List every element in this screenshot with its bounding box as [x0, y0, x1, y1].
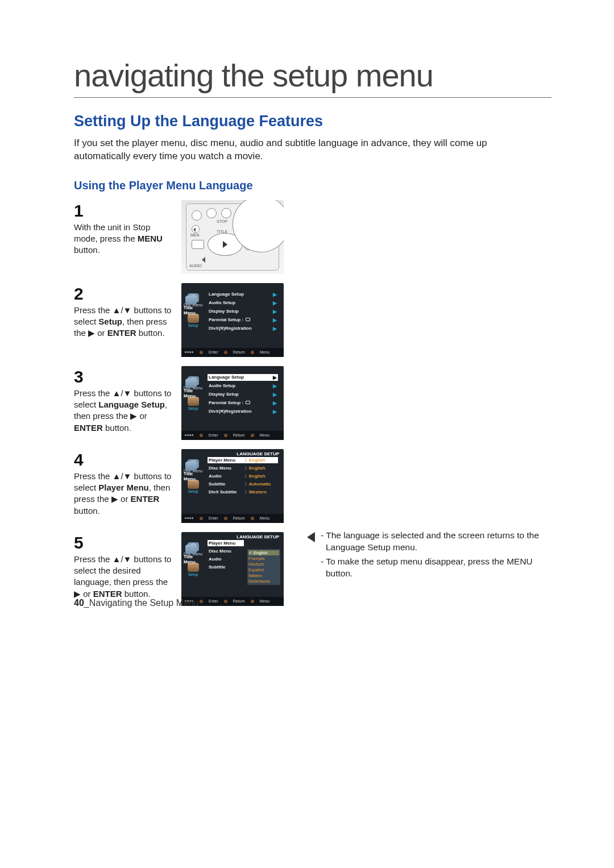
osd-foot-enter: Enter [209, 350, 218, 354]
osd-title: LANGUAGE SETUP [237, 534, 279, 539]
osd-row: Parental Setup : ▶ [208, 317, 278, 323]
step-desc: Press the ▲/▼ buttons to select the desi… [74, 554, 171, 599]
osd-row: Audio Setup▶ [208, 383, 278, 389]
bullet-icon [224, 434, 227, 437]
section-heading: Setting Up the Language Features [74, 113, 551, 130]
osd-foot-return: Return [233, 350, 245, 354]
step-text: 4 Press the ▲/▼ buttons to select Player… [74, 449, 173, 523]
osd-foot-enter: Enter [209, 599, 218, 603]
page-title: navigating the setup menu [74, 57, 551, 98]
step-row: 4 Press the ▲/▼ buttons to select Player… [74, 449, 551, 523]
step-text: 5 Press the ▲/▼ buttons to select the de… [74, 532, 173, 606]
osd-side-setup: Setup [184, 563, 202, 576]
remote-label-menu: MEN [190, 233, 200, 237]
osd-row: DivX(R)Registration▶ [208, 325, 278, 332]
nav-icon [185, 350, 194, 355]
bullet-icon [224, 351, 227, 354]
step-desc-part: button. [74, 245, 100, 255]
osd-foot-enter: Enter [209, 433, 218, 437]
osd-popup-item: Español [248, 567, 279, 572]
osd-row: DivX(R)Registration▶ [208, 408, 278, 415]
osd-row: Language Setup▶ [208, 291, 278, 298]
osd-screenshot-player-menu: LANGUAGE SETUP Disc MenuTitle MenuSetup … [181, 449, 284, 523]
osd-row: DivX Subtitle: Western [208, 489, 278, 495]
bullet-icon [251, 600, 254, 603]
osd-row: Disc Menu: English [208, 465, 278, 471]
osd-side-setup: Setup [184, 480, 202, 493]
osd-row: Display Setup▶ [208, 308, 278, 315]
osd-foot-return: Return [233, 433, 245, 437]
step-desc-bold: MENU [138, 234, 163, 243]
sub-heading: Using the Player Menu Language [74, 179, 551, 192]
osd-row: Audio [208, 556, 244, 562]
osd-row: Parental Setup : ▶ [208, 400, 278, 406]
osd-side-title: Title Menu [184, 545, 198, 564]
osd-side-title: Title Menu [184, 379, 198, 398]
step-desc: Press the ▲/▼ buttons to select Player M… [74, 471, 171, 516]
osd-popup-item: English [248, 550, 279, 555]
nav-icon [185, 516, 194, 521]
left-arrow-icon [307, 532, 315, 542]
page-footer: 40_Navigating the Setup Menu [74, 598, 199, 608]
osd-popup-item: Italiano [248, 573, 279, 578]
osd-row: Disc Menu [208, 548, 244, 554]
osd-popup-item: Deutsch [248, 562, 279, 567]
osd-side-setup: Setup [184, 314, 202, 327]
osd-foot-return: Return [233, 599, 245, 603]
step-row: 2 Press the ▲/▼ buttons to select Setup,… [74, 283, 551, 357]
step-row: 3 Press the ▲/▼ buttons to select Langua… [74, 366, 551, 440]
side-note-item: - The language is selected and the scree… [321, 530, 546, 554]
step-text: 3 Press the ▲/▼ buttons to select Langua… [74, 366, 173, 440]
osd-foot-menu: Menu [260, 516, 270, 520]
osd-popup-item: Nederlands [248, 579, 279, 584]
bullet-icon [200, 351, 203, 354]
osd-foot-return: Return [233, 516, 245, 520]
osd-title: LANGUAGE SETUP [237, 451, 279, 456]
remote-label-audio: AUDIO [189, 264, 202, 268]
osd-row: Subtitle [208, 564, 244, 570]
footer-text: _Navigating the Setup Menu [84, 598, 199, 608]
step-number: 3 [74, 368, 173, 385]
osd-screenshot-language-select: LANGUAGE SETUP Disc MenuTitle MenuSetup … [181, 532, 284, 606]
step-text: 2 Press the ▲/▼ buttons to select Setup,… [74, 283, 173, 357]
osd-row: Audio: English [208, 473, 278, 479]
step-number: 2 [74, 285, 173, 302]
remote-label-title: TITLE [217, 230, 227, 234]
osd-side-title: Title Menu [184, 296, 198, 315]
osd-screenshot-language-setup: Disc MenuTitle MenuSetup Language Setup▶… [181, 366, 284, 440]
remote-illustration: STOP MEN AUDIO RETUR TITLE [181, 200, 284, 274]
step-desc: Press the ▲/▼ buttons to select Setup, t… [74, 305, 171, 338]
osd-row: Player Menu: English [208, 457, 278, 463]
osd-foot-enter: Enter [209, 516, 218, 520]
osd-popup-languages: EnglishFrançaisDeutschEspañolItalianoNed… [247, 549, 280, 585]
side-note-item: - To make the setup menu disappear, pres… [321, 556, 546, 580]
bullet-icon [224, 600, 227, 603]
osd-row: Display Setup▶ [208, 391, 278, 398]
osd-row: Subtitle: Automatic [208, 481, 278, 487]
osd-row: Audio Setup▶ [208, 300, 278, 306]
step-number: 5 [74, 534, 173, 551]
nav-icon [185, 433, 194, 438]
osd-foot-menu: Menu [260, 350, 270, 354]
bullet-icon [200, 600, 203, 603]
bullet-icon [251, 517, 254, 520]
intro-text: If you set the player menu, disc menu, a… [74, 137, 529, 163]
step-row: 1 With the unit in Stop mode, press the … [74, 200, 551, 274]
osd-foot-menu: Menu [260, 433, 270, 437]
step-number: 1 [74, 202, 173, 219]
page-number: 40 [74, 598, 84, 608]
osd-foot-menu: Menu [260, 599, 270, 603]
step-text: 1 With the unit in Stop mode, press the … [74, 200, 173, 274]
side-note: - The language is selected and the scree… [307, 530, 546, 582]
step-desc: Press the ▲/▼ buttons to select Language… [74, 388, 171, 433]
osd-side-setup: Setup [184, 397, 202, 410]
osd-side-title: Title Menu [184, 462, 198, 481]
osd-row: Player Menu [208, 540, 244, 546]
bullet-icon [200, 517, 203, 520]
bullet-icon [200, 434, 203, 437]
remote-label-stop: STOP [217, 219, 227, 223]
osd-popup-item: Français [248, 556, 279, 561]
osd-screenshot-setup: Disc MenuTitle MenuSetup Language Setup▶… [181, 283, 284, 357]
bullet-icon [224, 517, 227, 520]
bullet-icon [251, 351, 254, 354]
